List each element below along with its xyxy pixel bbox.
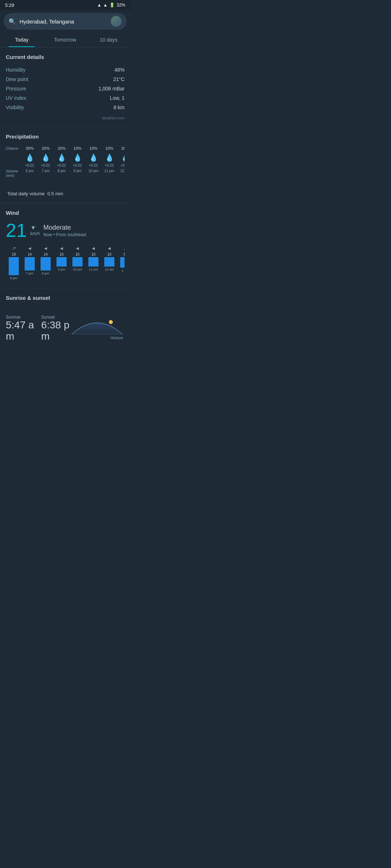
wind-col: ◄1011 pm	[85, 246, 101, 280]
horizon-label: Horizon	[111, 336, 123, 340]
precip-data-cols: 30%💧<0.016 pm20%💧<0.017 pm20%💧<0.018 pm1…	[22, 145, 125, 184]
detail-row-dewpoint: Dew point 21°C	[6, 75, 125, 84]
wind-section: Wind 21 ▼ km/h Moderate Now • From south…	[0, 203, 130, 288]
sunset-item: Sunset 6:38 pm	[41, 315, 70, 342]
battery-percent: 32%	[117, 3, 125, 8]
detail-row-pressure: Pressure 1,008 mBar	[6, 84, 125, 93]
tab-tomorrow[interactable]: Tomorrow	[43, 33, 87, 47]
wind-col: ◄148 pm	[38, 246, 54, 280]
wind-arrow-icon: ▼	[30, 225, 36, 231]
detail-row-uvindex: UV index Low, 1	[6, 93, 125, 103]
wind-scroll[interactable]: ↗196 pm◄147 pm◄148 pm◄109 pm◄1010 pm◄101…	[6, 246, 125, 281]
signal-icon: ▲	[103, 3, 108, 8]
search-bar[interactable]: 🔍	[4, 13, 127, 30]
volume-header-label: Volume(mm)	[6, 169, 22, 178]
precip-col: 10%💧<0.019 pm	[70, 145, 85, 184]
wind-title: Wind	[6, 210, 125, 216]
wind-col: ▲111 am	[117, 246, 125, 280]
sunrise-sunset-title: Sunrise & sunset	[6, 295, 125, 301]
sunrise-time: 5:47 am	[6, 320, 34, 342]
wind-info: 21 ▼ km/h Moderate Now • From southeast	[6, 221, 125, 240]
wind-col: ↗196 pm	[6, 246, 22, 280]
sun-arc: Horizon	[70, 306, 125, 342]
battery-icon: 🔋	[109, 3, 115, 8]
wind-data-cols: ↗196 pm◄147 pm◄148 pm◄109 pm◄1010 pm◄101…	[6, 246, 125, 280]
tab-bar: Today Tomorrow 10 days	[0, 33, 130, 47]
tab-10days[interactable]: 10 days	[87, 33, 130, 47]
sunset-time: 6:38 pm	[41, 320, 70, 342]
search-icon: 🔍	[9, 18, 16, 25]
current-details-title: Current details	[6, 54, 125, 60]
sunrise-item: Sunrise 5:47 am	[6, 315, 34, 342]
wind-col: ◄147 pm	[22, 246, 38, 280]
status-icons: ▲ ▲ 🔋 32%	[97, 3, 125, 8]
precip-col: 20%💧<0.0112 am	[117, 145, 125, 184]
weather-credit: weather.com	[6, 116, 125, 120]
precip-col: 20%💧<0.017 pm	[38, 145, 54, 184]
precip-scroll[interactable]: Chance Volume(mm) 30%💧<0.016 pm20%💧<0.01…	[6, 145, 125, 186]
precip-col: 10%💧<0.0110 pm	[85, 145, 101, 184]
precip-col: 30%💧<0.016 pm	[22, 145, 38, 184]
search-input[interactable]	[20, 18, 107, 25]
current-details-section: Current details Humidity 48% Dew point 2…	[0, 47, 130, 127]
wind-unit: ▼ km/h	[30, 225, 40, 236]
tab-today[interactable]: Today	[0, 33, 43, 47]
status-time: 5:29	[5, 3, 14, 8]
wifi-icon: ▲	[97, 3, 101, 8]
precip-col: 10%💧<0.0111 pm	[101, 145, 117, 184]
detail-row-visibility: Visibility 8 km	[6, 103, 125, 112]
precip-col: 20%💧<0.018 pm	[54, 145, 70, 184]
svg-point-1	[109, 320, 113, 324]
sunrise-sunset-section: Sunrise & sunset Sunrise 5:47 am Sunset …	[0, 288, 130, 349]
wind-col: ◄1012 am	[101, 246, 117, 280]
wind-col: ◄1010 pm	[70, 246, 85, 280]
precipitation-section: Precipitation Chance Volume(mm) 30%💧<0.0…	[0, 127, 130, 203]
status-bar: 5:29 ▲ ▲ 🔋 32%	[0, 0, 130, 10]
precipitation-title: Precipitation	[6, 133, 125, 140]
wind-col: ◄109 pm	[54, 246, 70, 280]
wind-description: Moderate Now • From southeast	[43, 224, 86, 237]
detail-row-humidity: Humidity 48%	[6, 65, 125, 75]
wind-speed: 21	[6, 221, 27, 240]
avatar[interactable]	[111, 16, 122, 27]
chance-header-label: Chance	[6, 145, 22, 152]
total-volume: Total daily volume 0.5 mm	[6, 191, 125, 196]
